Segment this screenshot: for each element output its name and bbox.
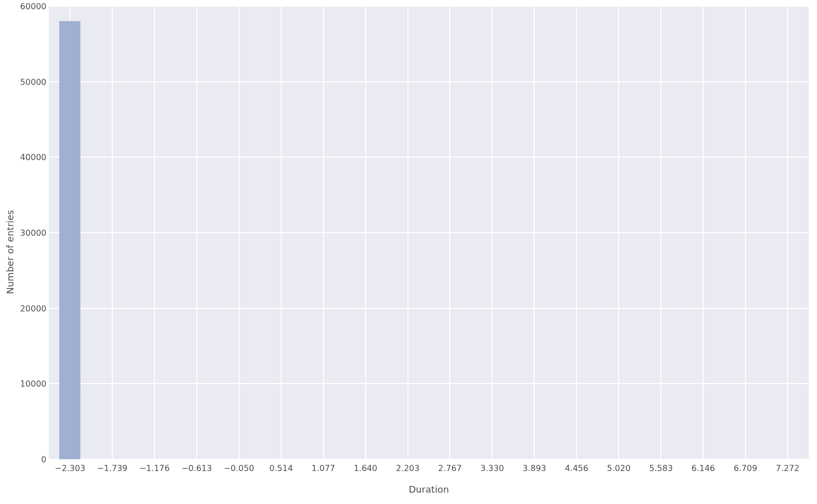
y-tick-label: 50000: [5, 77, 46, 86]
gridline-vertical: [787, 6, 788, 459]
y-tick-label: 30000: [5, 228, 46, 238]
x-tick-label: 1.077: [312, 463, 335, 473]
gridline-vertical: [281, 6, 282, 459]
gridline-vertical: [491, 6, 492, 459]
gridline-vertical: [449, 6, 450, 459]
x-tick-label: −0.613: [181, 463, 212, 473]
x-tick-label: −1.739: [97, 463, 127, 473]
x-tick-label: 4.456: [565, 463, 588, 473]
x-tick-label: 3.330: [481, 463, 504, 473]
gridline-horizontal: [49, 6, 809, 7]
x-tick-label: 5.583: [649, 463, 673, 473]
gridline-vertical: [534, 6, 535, 459]
x-tick-label: 6.146: [691, 463, 715, 473]
x-tick-label: −0.050: [224, 463, 254, 473]
gridline-horizontal: [49, 81, 809, 82]
x-tick-label: 2.203: [396, 463, 420, 473]
y-tick-label: 40000: [5, 152, 46, 162]
chart-figure: Number of entries 0100002000030000400005…: [0, 0, 817, 504]
y-axis-label: Number of entries: [5, 210, 16, 294]
gridline-vertical: [576, 6, 577, 459]
bar: [59, 21, 80, 459]
y-tick-label: 60000: [5, 2, 46, 11]
gridline-vertical: [239, 6, 240, 459]
plot-area: [49, 6, 809, 459]
gridline-vertical: [618, 6, 619, 459]
x-tick-label: 1.640: [354, 463, 378, 473]
gridline-horizontal: [49, 232, 809, 233]
gridline-vertical: [660, 6, 661, 459]
x-tick-label: 5.020: [607, 463, 631, 473]
y-tick-label: 20000: [5, 303, 46, 313]
x-tick-label: 0.514: [269, 463, 293, 473]
x-tick-label: −2.303: [55, 463, 85, 473]
gridline-vertical: [112, 6, 113, 459]
gridline-horizontal: [49, 308, 809, 309]
y-tick-label: 0: [5, 455, 46, 464]
x-tick-label: 3.893: [522, 463, 546, 473]
gridline-vertical: [365, 6, 366, 459]
gridline-horizontal: [49, 459, 809, 460]
gridline-horizontal: [49, 157, 809, 158]
x-tick-label: 2.767: [438, 463, 462, 473]
gridline-vertical: [154, 6, 155, 459]
y-tick-label: 10000: [5, 379, 46, 389]
gridline-horizontal: [49, 383, 809, 384]
x-tick-label: 6.709: [734, 463, 757, 473]
gridline-vertical: [745, 6, 746, 459]
y-axis-label-container: Number of entries: [4, 0, 16, 504]
gridline-vertical: [323, 6, 324, 459]
gridline-vertical: [407, 6, 408, 459]
gridline-vertical: [196, 6, 197, 459]
x-tick-label: 7.272: [776, 463, 799, 473]
x-tick-label: −1.176: [139, 463, 169, 473]
gridline-vertical: [703, 6, 704, 459]
x-axis-label: Duration: [49, 484, 809, 495]
